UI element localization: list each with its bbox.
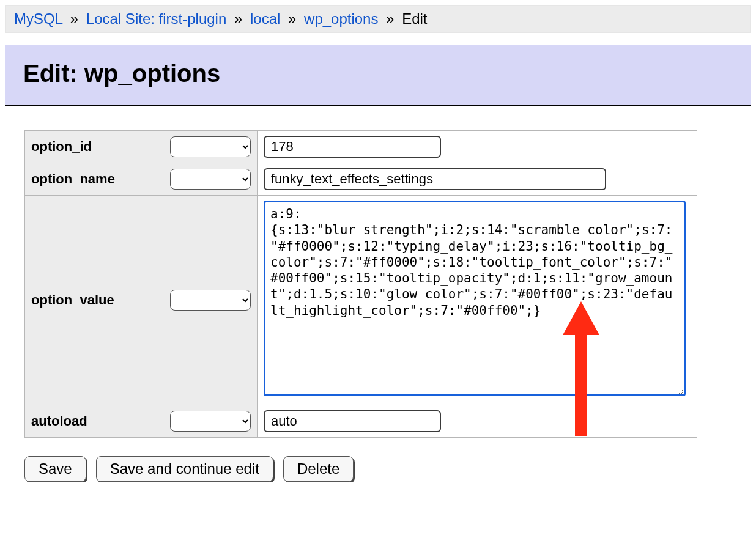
breadcrumb-sep: » bbox=[70, 10, 78, 27]
breadcrumb-item-database[interactable]: local bbox=[250, 10, 280, 27]
option-value-textarea[interactable] bbox=[264, 201, 686, 396]
field-label-option-id: option_id bbox=[25, 131, 147, 163]
option-id-input[interactable] bbox=[264, 136, 441, 158]
breadcrumb-item-current: Edit bbox=[402, 10, 427, 27]
action-buttons: Save Save and continue edit Delete bbox=[24, 456, 756, 482]
row-autoload: autoload bbox=[25, 405, 697, 438]
breadcrumb-item-mysql[interactable]: MySQL bbox=[14, 10, 62, 27]
breadcrumb-sep: » bbox=[234, 10, 242, 27]
page-title: Edit: wp_options bbox=[23, 60, 733, 87]
save-continue-button[interactable]: Save and continue edit bbox=[96, 456, 273, 482]
breadcrumb-sep: » bbox=[288, 10, 296, 27]
edit-table: option_id option_name option_value bbox=[24, 130, 697, 438]
row-option-value: option_value bbox=[25, 196, 697, 405]
delete-button[interactable]: Delete bbox=[283, 456, 354, 482]
field-label-option-value: option_value bbox=[25, 196, 147, 405]
row-option-id: option_id bbox=[25, 131, 697, 163]
field-label-option-name: option_name bbox=[25, 163, 147, 196]
autoload-input[interactable] bbox=[264, 410, 441, 432]
function-select-autoload[interactable] bbox=[170, 411, 251, 432]
save-button[interactable]: Save bbox=[24, 456, 86, 482]
breadcrumb-item-site[interactable]: Local Site: first-plugin bbox=[86, 10, 226, 27]
function-select-option-value[interactable] bbox=[170, 290, 251, 311]
field-label-autoload: autoload bbox=[25, 405, 147, 438]
function-select-option-name[interactable] bbox=[170, 169, 251, 190]
option-name-input[interactable] bbox=[264, 168, 606, 190]
function-select-option-id[interactable] bbox=[170, 136, 251, 157]
breadcrumb-sep: » bbox=[386, 10, 394, 27]
breadcrumb: MySQL » Local Site: first-plugin » local… bbox=[5, 5, 751, 33]
row-option-name: option_name bbox=[25, 163, 697, 196]
page-header: Edit: wp_options bbox=[5, 45, 751, 106]
breadcrumb-item-table[interactable]: wp_options bbox=[304, 10, 378, 27]
